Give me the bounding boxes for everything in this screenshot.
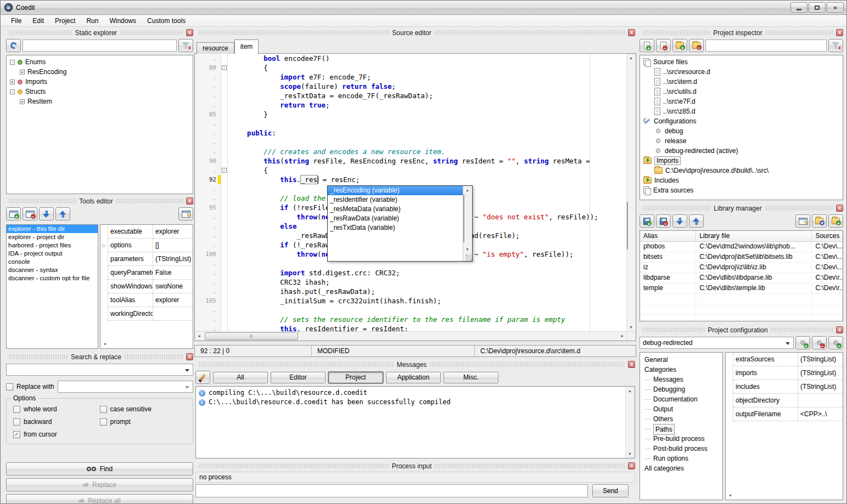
- checkbox-icon[interactable]: [100, 418, 107, 426]
- tool-item-harbored-project-files[interactable]: harbored - project files: [7, 241, 98, 250]
- column-header-alias[interactable]: Alias: [640, 231, 696, 241]
- table-row[interactable]: bitsetsC:\Dev\dproj\bitSet\lib\bitsets.l…: [640, 252, 843, 263]
- project-node-src-resource-d[interactable]: ..\src\resource.d: [640, 67, 843, 77]
- code-line[interactable]: 105 _initialSum = crc322uint(ihash.finis…: [195, 296, 626, 305]
- property-row-queryparameters[interactable]: queryParametersFalse: [100, 266, 193, 280]
- tool-item-explorer-this-file-dir[interactable]: explorer - this file dir: [7, 225, 98, 233]
- maximize-button[interactable]: [809, 2, 826, 13]
- code-line[interactable]: 80- {: [195, 63, 626, 72]
- tool-item-explorer-project-dir[interactable]: explorer - project dir: [7, 233, 98, 241]
- property-row-outputfilename[interactable]: outputFilename<CPP>..\: [726, 407, 843, 421]
- tool-item-dscanner-syntax[interactable]: dscanner - syntax: [7, 266, 98, 274]
- close-button[interactable]: ×: [827, 2, 844, 13]
- project-node-debug[interactable]: ⚙debug: [640, 126, 843, 136]
- property-row-imports[interactable]: imports(TStringList): [726, 366, 843, 380]
- library-from-folder-button[interactable]: +: [828, 214, 843, 228]
- library-down-button[interactable]: [672, 214, 687, 228]
- category-general[interactable]: General: [640, 355, 722, 365]
- property-row-includes[interactable]: includes(TStringList): [726, 380, 843, 394]
- checkbox-checked-icon[interactable]: ✓: [13, 431, 20, 438]
- tree-item-structs[interactable]: -Structs: [7, 87, 193, 97]
- filter-button-project[interactable]: Project: [328, 372, 383, 383]
- code-line[interactable]: . /// creates and encodes a new resource…: [195, 147, 626, 156]
- column-header-library-file[interactable]: Library file: [696, 231, 812, 241]
- code-line[interactable]: . return true;: [195, 100, 626, 110]
- configuration-combo[interactable]: debug-redirected: [640, 337, 794, 349]
- close-panel-icon[interactable]: x: [628, 361, 635, 368]
- code-line[interactable]: . scope(failure) return false;: [195, 82, 626, 91]
- project-node-source-files[interactable]: Source files: [640, 57, 843, 67]
- code-line[interactable]: . public:: [195, 128, 626, 138]
- clear-filter-button[interactable]: x: [178, 39, 193, 52]
- tool-item-dscanner-custom-opt-for-file[interactable]: dscanner - custom opt for file: [7, 274, 98, 282]
- popup-scroll-thumb[interactable]: [463, 194, 464, 242]
- expand-icon[interactable]: +: [20, 99, 25, 104]
- editor-vscrollbar[interactable]: ▲▼: [626, 54, 636, 331]
- checkbox-icon[interactable]: [13, 418, 20, 426]
- project-node-extra-sources[interactable]: Extra sources: [640, 185, 843, 195]
- option-whole-word[interactable]: whole word: [13, 405, 100, 413]
- checkbox-icon[interactable]: [13, 406, 20, 413]
- property-row-workingdirectory[interactable]: workingDirectory: [100, 307, 193, 321]
- completion-item-resrawdata-variable[interactable]: _resRawData (variable): [328, 214, 463, 223]
- tool-item-console[interactable]: console: [7, 258, 98, 266]
- tab-item[interactable]: item: [234, 39, 259, 54]
- code-line[interactable]: . _resTxtData = encode_7F(_resRawData);: [195, 91, 626, 100]
- column-header-sources[interactable]: Sources ...: [812, 231, 843, 241]
- clear-inspector-filter-button[interactable]: x: [828, 39, 843, 52]
- replace-all-button[interactable]: abReplace all: [6, 494, 193, 504]
- search-combo[interactable]: [6, 364, 193, 376]
- filter-button-application[interactable]: Application: [386, 372, 441, 383]
- category-paths[interactable]: Paths: [640, 424, 722, 434]
- table-row[interactable]: libdparseC:\Dev\dlibs\libdparse.libC:\De…: [640, 273, 843, 284]
- find-button[interactable]: Find: [6, 462, 193, 475]
- log-entry[interactable]: iC:\...\build\resource.d.coedit has been…: [197, 398, 624, 407]
- project-node-src-z85-d[interactable]: ..\src\z85.d: [640, 106, 843, 116]
- move-down-button[interactable]: [39, 207, 54, 220]
- table-row[interactable]: templeC:\Dev\dlibs\temple.libC:\Dev\r...: [640, 284, 843, 294]
- close-panel-icon[interactable]: x: [836, 326, 843, 333]
- tree-item-imports[interactable]: +Imports: [7, 77, 193, 87]
- option-prompt[interactable]: prompt: [100, 418, 187, 426]
- hscroll-thumb[interactable]: [205, 332, 298, 340]
- completion-item-resmetadata-variable[interactable]: _resMetaData (variable): [328, 205, 463, 214]
- category-output[interactable]: Output: [640, 404, 722, 414]
- option-from-cursor[interactable]: ✓from cursor: [13, 431, 100, 438]
- tab-resource[interactable]: resource: [197, 42, 234, 54]
- code-line[interactable]: .: [195, 305, 626, 315]
- code-line[interactable]: 85 }: [195, 110, 626, 119]
- code-line[interactable]: 90 this(string resFile, ResEncoding resE…: [195, 156, 626, 166]
- messages-scrollbar[interactable]: ▲▼: [625, 387, 635, 458]
- remove-config-button[interactable]: ⚙−: [812, 336, 827, 349]
- close-panel-icon[interactable]: x: [628, 462, 635, 469]
- category-all-categories[interactable]: All categories: [640, 463, 722, 473]
- add-tool-button[interactable]: +: [6, 207, 21, 220]
- process-input-field[interactable]: [195, 484, 588, 497]
- popup-resize-grip[interactable]: [465, 254, 472, 261]
- category-others[interactable]: Others: [640, 414, 722, 424]
- menu-item-windows[interactable]: Windows: [104, 16, 142, 26]
- project-node-configurations[interactable]: Configurations: [640, 116, 843, 126]
- code-line[interactable]: . import std.digest.crc: CRC32;: [195, 268, 626, 278]
- project-node-debug-redirected-active[interactable]: ⚙debug-redirected (active): [640, 146, 843, 156]
- code-line[interactable]: . this._resIdentifier = resIdent;: [195, 324, 626, 331]
- project-node-src-item-d[interactable]: ..\src\item.d: [640, 77, 843, 87]
- category-categories[interactable]: Categories: [640, 365, 722, 375]
- tool-item-ida-project-output[interactable]: IDA - project output: [7, 250, 98, 258]
- project-node-includes[interactable]: Includes: [640, 175, 843, 185]
- tree-item-resencoding[interactable]: +ResEncoding: [7, 67, 193, 77]
- category-pre-build-process[interactable]: Pre-build process: [640, 434, 722, 444]
- filter-button-all[interactable]: All: [213, 372, 268, 383]
- tree-item-enums[interactable]: -Enums: [7, 57, 193, 67]
- log-entry[interactable]: icompiling C:\...\build\resource.d.coedi…: [197, 388, 624, 398]
- close-panel-icon[interactable]: x: [628, 29, 635, 36]
- code-line[interactable]: . // sets the resource identifier to the…: [195, 315, 626, 324]
- close-panel-icon[interactable]: x: [836, 205, 843, 212]
- minimize-button[interactable]: [790, 2, 807, 13]
- property-row-showwindows[interactable]: showWindowsswoNone: [100, 280, 193, 293]
- add-folder-button[interactable]: +: [672, 39, 687, 52]
- filter-button-misc[interactable]: Misc.: [444, 372, 498, 383]
- property-row-parameters[interactable]: parameters(TStringList): [100, 252, 193, 266]
- project-node-imports[interactable]: Imports: [640, 156, 843, 166]
- option-case-sensitive[interactable]: case sensitive: [100, 405, 187, 413]
